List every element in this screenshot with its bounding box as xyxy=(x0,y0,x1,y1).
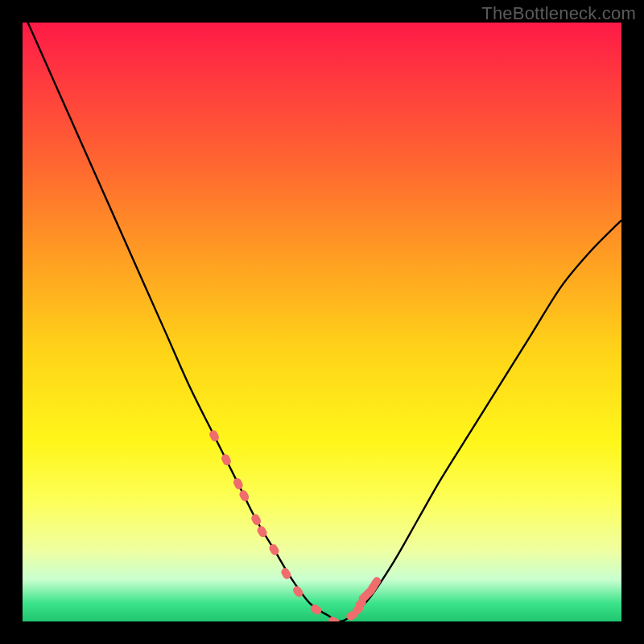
bottleneck-curve xyxy=(23,23,621,621)
marker-group xyxy=(208,429,382,621)
marker-point xyxy=(232,477,244,490)
watermark-text: TheBottleneck.com xyxy=(481,3,636,24)
chart-frame: TheBottleneck.com xyxy=(0,0,644,644)
marker-point xyxy=(291,584,304,598)
marker-point xyxy=(250,513,262,526)
marker-point xyxy=(208,429,220,443)
curve-layer xyxy=(23,23,621,621)
plot-area xyxy=(23,23,621,621)
marker-point xyxy=(220,453,232,467)
marker-point xyxy=(238,489,250,502)
marker-point xyxy=(268,543,281,556)
